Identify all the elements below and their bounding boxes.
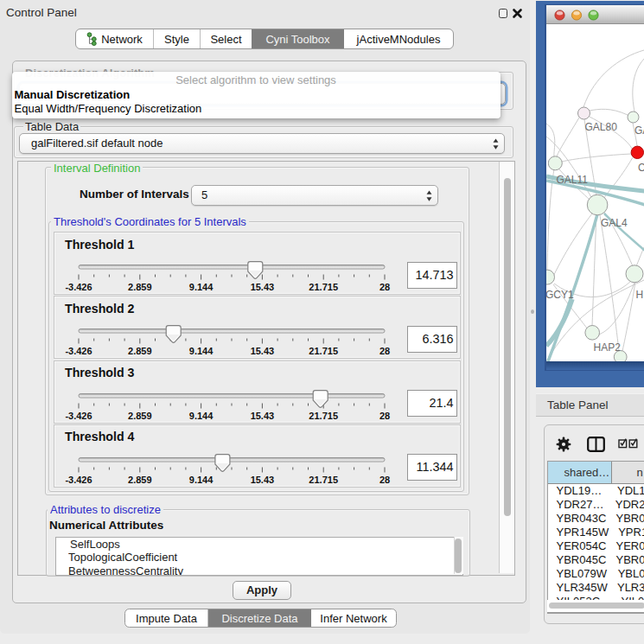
svg-text:9.144: 9.144 — [189, 282, 214, 292]
svg-text:9.144: 9.144 — [189, 346, 214, 356]
svg-text:-3.426: -3.426 — [65, 474, 92, 484]
svg-text:GA: GA — [634, 124, 644, 137]
svg-text:28: 28 — [379, 410, 390, 420]
svg-text:15.43: 15.43 — [251, 346, 275, 356]
svg-text:CY: CY — [638, 162, 644, 174]
svg-text:-3.426: -3.426 — [65, 346, 92, 356]
svg-text:15.43: 15.43 — [251, 474, 275, 484]
svg-text:GAL80: GAL80 — [584, 121, 617, 133]
svg-text:21.715: 21.715 — [309, 474, 338, 484]
svg-text:2.859: 2.859 — [128, 282, 152, 292]
svg-text:15.43: 15.43 — [251, 410, 275, 420]
svg-text:28: 28 — [379, 346, 390, 356]
svg-text:21.715: 21.715 — [309, 346, 338, 356]
svg-text:15.43: 15.43 — [251, 282, 275, 292]
svg-text:2.859: 2.859 — [128, 474, 152, 484]
svg-text:28: 28 — [379, 282, 390, 292]
svg-text:-3.426: -3.426 — [65, 410, 92, 420]
svg-text:2.859: 2.859 — [128, 410, 152, 420]
svg-text:9.144: 9.144 — [189, 410, 214, 420]
svg-text:HAP2: HAP2 — [593, 341, 621, 354]
svg-text:21.715: 21.715 — [309, 410, 338, 420]
svg-text:2.859: 2.859 — [128, 346, 152, 356]
svg-text:28: 28 — [379, 474, 390, 484]
svg-text:GAL4: GAL4 — [601, 217, 628, 229]
svg-text:9.144: 9.144 — [189, 474, 214, 484]
svg-text:H: H — [635, 289, 643, 301]
svg-text:GAL11: GAL11 — [556, 174, 588, 186]
svg-text:21.715: 21.715 — [309, 282, 338, 292]
svg-text:-3.426: -3.426 — [65, 282, 92, 292]
svg-text:GCY1: GCY1 — [546, 289, 574, 301]
